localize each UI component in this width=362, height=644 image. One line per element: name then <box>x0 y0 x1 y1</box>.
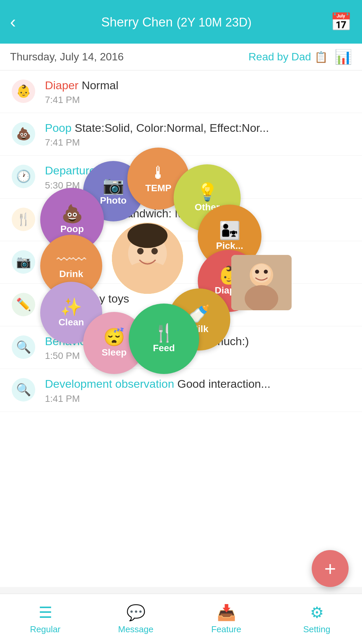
add-entry-fab[interactable]: + <box>312 550 349 587</box>
svg-point-10 <box>255 270 259 274</box>
diaper-detail: Normal <box>82 79 119 92</box>
development-category: Development observation <box>45 377 174 390</box>
feature-icon: 📥 <box>217 603 236 622</box>
clean-bubble-icon: ✨ <box>60 298 82 316</box>
drink-bubble-label: Drink <box>59 269 83 279</box>
log-content-diaper: Diaper Normal 7:41 PM <box>45 78 352 105</box>
svg-point-3 <box>137 248 143 254</box>
departure-icon: 🕐 <box>16 169 31 183</box>
child-name: Sherry Chen <box>101 15 173 29</box>
read-by-text: Read by Dad <box>248 51 311 63</box>
sleep-bubble-icon: 😴 <box>103 328 125 346</box>
poop-bubble-icon: 💩 <box>61 205 83 222</box>
dinner-icon: 🍴 <box>16 212 31 226</box>
svg-point-4 <box>152 248 158 254</box>
poop-icon: 💩 <box>16 127 31 141</box>
sub-header: Thursday, July 14, 2016 Read by Dad 📋 📊 <box>0 44 362 70</box>
drink-bubble-icon: 〰〰 <box>57 253 86 267</box>
diaper-category: Diaper <box>45 79 78 92</box>
other-bubble-icon: 💡 <box>196 183 218 201</box>
poop-detail: State:Solid, Color:Normal, Effect:Nor... <box>75 121 269 134</box>
nav-regular[interactable]: ☰ Regular <box>0 594 90 644</box>
svg-point-5 <box>127 223 167 248</box>
log-icon-development: 🔍 <box>10 376 37 403</box>
clean-bubble-label: Clean <box>58 317 84 328</box>
thumbnail-image <box>231 255 292 310</box>
sleep-bubble-label: Sleep <box>102 347 127 358</box>
log-title-development: Development observation Good interaction… <box>45 376 352 391</box>
photo-bubble-label: Photo <box>100 195 126 206</box>
clipboard-icon: 📋 <box>314 51 328 63</box>
svg-point-11 <box>264 270 268 274</box>
development-time: 1:41 PM <box>45 393 352 404</box>
baby-photo <box>112 223 183 294</box>
photo-log-icon: 📷 <box>16 255 31 269</box>
header-title: Sherry Chen (2Y 10M 23D) <box>22 14 330 30</box>
back-button[interactable]: ‹ <box>10 13 16 31</box>
log-item-poop[interactable]: 💩 Poop State:Solid, Color:Normal, Effect… <box>0 113 362 156</box>
log-icon-diaper: 👶 <box>10 78 37 105</box>
log-icon-departure: 🕐 <box>10 163 37 190</box>
nav-setting[interactable]: ⚙ Setting <box>272 594 362 644</box>
poop-bubble-label: Poop <box>60 224 84 234</box>
log-content-development: Development observation Good interaction… <box>45 376 352 404</box>
log-content-poop: Poop State:Solid, Color:Normal, Effect:N… <box>45 120 352 148</box>
poop-time: 7:41 PM <box>45 137 352 148</box>
feed-bubble-label: Feed <box>153 343 175 354</box>
read-by-label: Read by Dad 📋 <box>248 51 328 63</box>
activity-icon: ✏️ <box>16 298 31 312</box>
log-title-poop: Poop State:Solid, Color:Normal, Effect:N… <box>45 120 352 135</box>
message-label: Message <box>118 624 154 635</box>
nav-feature[interactable]: 📥 Feature <box>181 594 272 644</box>
center-profile-photo[interactable] <box>111 221 184 295</box>
svg-point-9 <box>245 285 278 310</box>
regular-label: Regular <box>30 624 60 635</box>
svg-point-2 <box>123 262 172 294</box>
message-icon: 💬 <box>126 603 145 622</box>
log-icon-poop: 💩 <box>10 120 37 147</box>
temp-bubble-icon: 🌡 <box>150 164 167 181</box>
behavior-icon: 🔍 <box>16 340 31 354</box>
pickup-bubble-icon: 👨‍👧 <box>219 222 241 239</box>
log-icon-behavior: 🔍 <box>10 334 37 361</box>
bottom-navigation: ☰ Regular 💬 Message 📥 Feature ⚙ Setting <box>0 594 362 644</box>
development-detail: Good interaction... <box>177 377 270 390</box>
calendar-button[interactable]: 📅 <box>330 12 352 32</box>
setting-label: Setting <box>303 624 330 635</box>
feed-bubble-icon: 🍴 <box>153 324 175 341</box>
log-item-diaper[interactable]: 👶 Diaper Normal 7:41 PM <box>0 70 362 113</box>
setting-icon: ⚙ <box>310 603 324 622</box>
development-icon: 🔍 <box>16 383 31 397</box>
photo-bubble-icon: 📷 <box>103 176 124 194</box>
poop-category: Poop <box>45 121 71 134</box>
child-age: (2Y 10M 23D) <box>177 15 251 29</box>
regular-icon: ☰ <box>39 603 52 622</box>
feed-bubble[interactable]: 🍴 Feed <box>129 304 199 374</box>
date-label: Thursday, July 14, 2016 <box>10 51 248 63</box>
log-item-development[interactable]: 🔍 Development observation Good interacti… <box>0 369 362 412</box>
side-photo-thumbnail[interactable] <box>231 255 292 310</box>
log-icon-activity: ✏️ <box>10 291 37 318</box>
temp-bubble-label: TEMP <box>145 183 172 194</box>
log-icon-photo: 📷 <box>10 249 37 275</box>
app-header: ‹ Sherry Chen (2Y 10M 23D) 📅 <box>0 0 362 44</box>
feature-label: Feature <box>211 624 241 635</box>
diaper-icon: 👶 <box>16 84 31 98</box>
log-title-diaper: Diaper Normal <box>45 78 352 93</box>
diaper-time: 7:41 PM <box>45 95 352 105</box>
chart-button[interactable]: 📊 <box>335 49 352 65</box>
log-icon-dinner: 🍴 <box>10 206 37 233</box>
nav-message[interactable]: 💬 Message <box>90 594 181 644</box>
